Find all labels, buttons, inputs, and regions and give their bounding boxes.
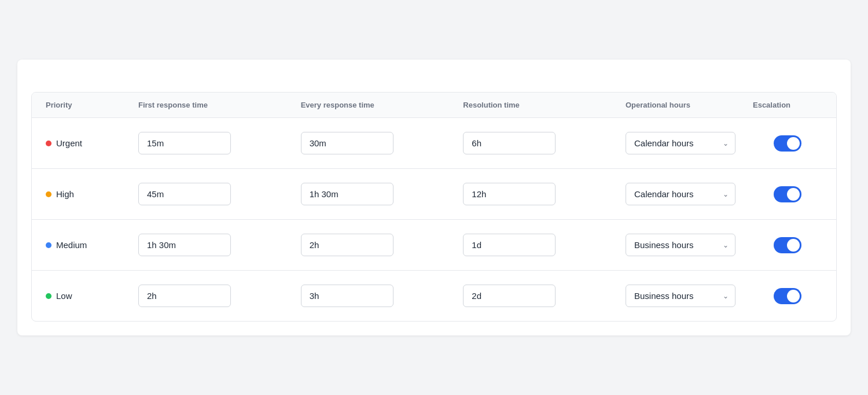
table-row-high: HighCalendar hoursBusiness hours⌄✓ (32, 169, 836, 220)
escalation-toggle-urgent[interactable]: ✓ (774, 135, 801, 152)
toggle-slider-low: ✓ (774, 288, 801, 304)
first-response-cell-low (138, 285, 301, 307)
table-row-medium: MediumCalendar hoursBusiness hours⌄✓ (32, 220, 836, 271)
every-response-input-urgent[interactable] (301, 132, 393, 154)
toggle-check-icon-urgent: ✓ (792, 139, 797, 147)
every-response-input-low[interactable] (301, 285, 393, 307)
resolution-input-urgent[interactable] (463, 132, 556, 154)
escalation-toggle-high[interactable]: ✓ (774, 186, 801, 202)
toggle-check-icon-low: ✓ (792, 292, 797, 300)
first-response-input-medium[interactable] (138, 234, 231, 256)
resolution-cell-low (463, 285, 626, 307)
first-response-input-low[interactable] (138, 285, 231, 307)
operational-cell-medium: Calendar hoursBusiness hours⌄ (626, 234, 753, 256)
every-response-input-medium[interactable] (301, 234, 393, 256)
priority-dot-high (46, 191, 52, 197)
priority-cell-low: Low (46, 291, 138, 301)
priority-cell-urgent: Urgent (46, 138, 138, 148)
escalation-cell-medium: ✓ (753, 237, 822, 253)
priority-label-high: High (56, 189, 74, 199)
escalation-cell-low: ✓ (753, 288, 822, 304)
operational-cell-low: Calendar hoursBusiness hours⌄ (626, 285, 753, 307)
first-response-input-high[interactable] (138, 183, 231, 205)
priority-dot-low (46, 293, 52, 299)
header-every_response: Every response time (301, 101, 464, 109)
every-response-input-high[interactable] (301, 183, 393, 205)
operational-select-high[interactable]: Calendar hoursBusiness hours (626, 183, 735, 205)
toggle-slider-medium: ✓ (774, 237, 801, 253)
every-response-cell-medium (301, 234, 464, 256)
header-priority: Priority (46, 101, 138, 109)
every-response-cell-urgent (301, 132, 464, 154)
every-response-cell-low (301, 285, 464, 307)
first-response-input-urgent[interactable] (138, 132, 231, 154)
priority-cell-medium: Medium (46, 240, 138, 250)
operational-select-wrapper-low: Calendar hoursBusiness hours⌄ (626, 285, 735, 307)
operational-select-wrapper-urgent: Calendar hoursBusiness hours⌄ (626, 132, 735, 154)
toggle-slider-high: ✓ (774, 186, 801, 202)
header-operational: Operational hours (626, 101, 753, 109)
toggle-slider-urgent: ✓ (774, 135, 801, 152)
resolution-cell-urgent (463, 132, 626, 154)
priority-label-low: Low (56, 291, 72, 301)
first-response-cell-high (138, 183, 301, 205)
table-header: PriorityFirst response timeEvery respons… (32, 93, 836, 118)
priority-cell-high: High (46, 189, 138, 199)
priority-dot-medium (46, 242, 52, 248)
table-row-low: LowCalendar hoursBusiness hours⌄✓ (32, 271, 836, 321)
table-row-urgent: UrgentCalendar hoursBusiness hours⌄✓ (32, 118, 836, 169)
priority-dot-urgent (46, 141, 52, 146)
operational-select-low[interactable]: Calendar hoursBusiness hours (626, 285, 735, 307)
resolution-input-medium[interactable] (463, 234, 556, 256)
escalation-cell-high: ✓ (753, 186, 822, 202)
header-resolution: Resolution time (463, 101, 626, 109)
priority-label-urgent: Urgent (56, 138, 82, 148)
resolution-input-high[interactable] (463, 183, 556, 205)
resolution-cell-high (463, 183, 626, 205)
resolution-cell-medium (463, 234, 626, 256)
toggle-check-icon-medium: ✓ (792, 241, 797, 249)
toggle-check-icon-high: ✓ (792, 190, 797, 198)
operational-cell-high: Calendar hoursBusiness hours⌄ (626, 183, 753, 205)
escalation-cell-urgent: ✓ (753, 135, 822, 152)
sla-table: PriorityFirst response timeEvery respons… (31, 92, 837, 322)
escalation-toggle-low[interactable]: ✓ (774, 288, 801, 304)
sla-container: PriorityFirst response timeEvery respons… (17, 60, 851, 335)
operational-select-wrapper-medium: Calendar hoursBusiness hours⌄ (626, 234, 735, 256)
operational-cell-urgent: Calendar hoursBusiness hours⌄ (626, 132, 753, 154)
operational-select-wrapper-high: Calendar hoursBusiness hours⌄ (626, 183, 735, 205)
header-first_response: First response time (138, 101, 301, 109)
first-response-cell-urgent (138, 132, 301, 154)
escalation-toggle-medium[interactable]: ✓ (774, 237, 801, 253)
table-body: UrgentCalendar hoursBusiness hours⌄✓High… (32, 118, 836, 321)
every-response-cell-high (301, 183, 464, 205)
priority-label-medium: Medium (56, 240, 87, 250)
operational-select-urgent[interactable]: Calendar hoursBusiness hours (626, 132, 735, 154)
resolution-input-low[interactable] (463, 285, 556, 307)
header-escalation: Escalation (753, 101, 822, 109)
first-response-cell-medium (138, 234, 301, 256)
operational-select-medium[interactable]: Calendar hoursBusiness hours (626, 234, 735, 256)
